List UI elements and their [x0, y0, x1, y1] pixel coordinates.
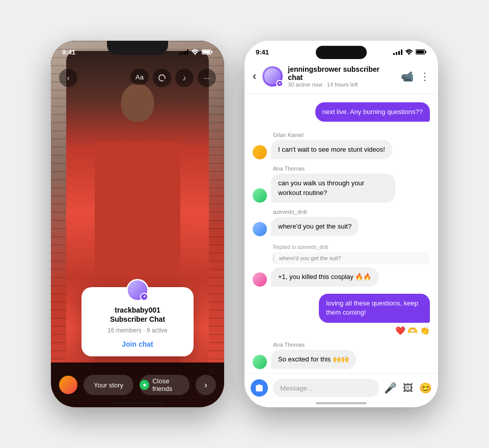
sticker-tool-button[interactable] — [153, 69, 171, 87]
sticker-icon-input[interactable]: 😊 — [419, 382, 432, 394]
dynamic-island — [316, 46, 367, 59]
message-in-2: can you walk us through your workout rou… — [271, 174, 395, 202]
message-input[interactable]: Message... — [273, 379, 379, 397]
back-button[interactable]: ‹ — [59, 69, 77, 87]
chat-subscriber-badge: ★ — [276, 80, 283, 87]
message-group-2: Ana Thomas can you walk us through your … — [253, 165, 430, 202]
person-head — [121, 83, 154, 122]
message-row-2: can you walk us through your workout rou… — [253, 174, 430, 202]
svg-rect-4 — [416, 50, 424, 53]
battery-icon — [202, 49, 213, 55]
left-phone: 9:41 ‹ Aa ♪ ··· ★ trackb — [51, 41, 224, 407]
close-friends-button[interactable]: ★ Close friends — [140, 375, 189, 395]
text-tool-button[interactable]: Aa — [130, 69, 149, 85]
message-out-2: loving all these questions, keep them co… — [319, 294, 430, 322]
your-story-button[interactable]: Your story — [84, 375, 133, 395]
chat-header-actions: 📹 ⋮ — [401, 70, 430, 82]
status-icons-left — [179, 49, 213, 55]
subscriber-badge-icon: ★ — [140, 293, 148, 301]
signal-icon — [179, 49, 188, 55]
status-icons-right — [393, 49, 427, 55]
reaction-clap: 👏 — [420, 326, 430, 335]
camera-button[interactable] — [251, 379, 268, 397]
chat-name: jenningsbrower subscriber chat — [288, 65, 396, 81]
close-friends-icon: ★ — [140, 380, 149, 390]
replied-to-label: Replied to azevedo_drdr — [273, 244, 430, 250]
chat-header-avatar: ★ — [262, 66, 283, 87]
photo-icon[interactable]: 🖼 — [403, 382, 413, 394]
more-options-icon[interactable]: ⋮ — [420, 70, 430, 82]
message-group-1: Gilan Kamel I can't wait to see more stu… — [253, 132, 430, 159]
your-story-avatar — [59, 376, 77, 394]
avatar-3 — [253, 222, 267, 236]
message-placeholder: Message... — [280, 384, 313, 392]
message-out-1: next live. Any burning questions?? — [315, 102, 430, 122]
sender-name-1: Gilan Kamel — [273, 132, 430, 138]
wifi-icon-right — [405, 49, 413, 55]
notch — [107, 41, 168, 55]
popup-member-count: 16 members · 9 active — [90, 327, 185, 334]
popup-avatar: ★ — [126, 279, 149, 301]
popup-chat-name: trackbaby001Subscriber Chat — [90, 305, 185, 324]
sticker-icon — [158, 74, 166, 82]
more-tools-button[interactable]: ··· — [198, 69, 216, 87]
svg-rect-2 — [211, 51, 212, 53]
avatar-4 — [253, 355, 267, 369]
back-button-chat[interactable]: ‹ — [253, 70, 256, 83]
message-group-3: azevedo_drdr where'd you get the suit? — [253, 209, 430, 236]
chat-screen: 9:41 ‹ ★ jenningsbrower subscriber cha — [244, 41, 438, 407]
input-action-icons: 🎤 🖼 😊 — [384, 382, 432, 394]
message-group-reply: Replied to azevedo_drdr where'd you get … — [253, 244, 430, 287]
message-row-1: I can't wait to see more stunt videos! — [253, 140, 430, 159]
message-in-4: So excited for this 🙌🙌 — [271, 350, 356, 369]
close-friends-label: Close friends — [152, 377, 189, 393]
battery-icon-right — [416, 49, 427, 55]
sender-name-2: Ana Thomas — [273, 165, 430, 172]
home-indicator-right — [316, 402, 367, 404]
avatar-1 — [253, 145, 267, 159]
message-row-3: where'd you get the suit? — [253, 217, 430, 236]
message-group-out-2: loving all these questions, keep them co… — [282, 294, 430, 335]
sender-name-3: azevedo_drdr — [273, 209, 430, 215]
camera-icon — [255, 384, 263, 391]
time-left: 9:41 — [62, 48, 75, 56]
story-right-controls: Aa ♪ ··· — [130, 69, 216, 87]
avatar-2 — [253, 188, 267, 203]
wifi-icon — [191, 49, 199, 55]
your-story-label: Your story — [94, 381, 123, 389]
join-chat-button[interactable]: Join chat — [90, 340, 185, 348]
send-story-button[interactable]: › — [196, 375, 216, 395]
time-right: 9:41 — [256, 48, 269, 56]
reaction-hands: 🫶 — [408, 326, 418, 335]
message-row-4: So excited for this 🙌🙌 — [253, 350, 430, 369]
message-group-4: Ana Thomas So excited for this 🙌🙌 — [253, 342, 430, 369]
svg-rect-5 — [425, 51, 426, 53]
microphone-icon[interactable]: 🎤 — [384, 382, 397, 394]
right-phone: 9:41 ‹ ★ jenningsbrower subscriber cha — [244, 41, 438, 407]
message-in-3: where'd you get the suit? — [271, 217, 359, 236]
reply-context: where'd you get the suit? — [273, 252, 430, 264]
story-bottom-bar: Your story ★ Close friends › — [51, 362, 224, 407]
chat-subtitle: 30 active now · 14 hours left — [288, 81, 396, 88]
message-row-reply: +1, you killed this cosplay 🔥🔥 — [253, 267, 430, 287]
message-in-reply: +1, you killed this cosplay 🔥🔥 — [271, 267, 378, 287]
sender-name-4: Ana Thomas — [273, 342, 430, 348]
music-tool-button[interactable]: ♪ — [175, 69, 194, 87]
signal-icon-right — [393, 49, 402, 55]
avatar-reply — [253, 272, 267, 287]
chat-header-info: jenningsbrower subscriber chat 30 active… — [288, 65, 396, 88]
messages-area: next live. Any burning questions?? Gilan… — [244, 94, 438, 373]
message-in-1: I can't wait to see more stunt videos! — [271, 140, 392, 159]
story-top-controls: ‹ Aa ♪ ··· — [51, 69, 224, 87]
reaction-heart: ❤️ — [395, 326, 405, 335]
video-call-icon[interactable]: 📹 — [401, 70, 414, 82]
reactions: ❤️ 🫶 👏 — [395, 326, 430, 335]
subscriber-chat-popup: ★ trackbaby001Subscriber Chat 16 members… — [82, 287, 194, 356]
svg-rect-1 — [202, 50, 210, 53]
